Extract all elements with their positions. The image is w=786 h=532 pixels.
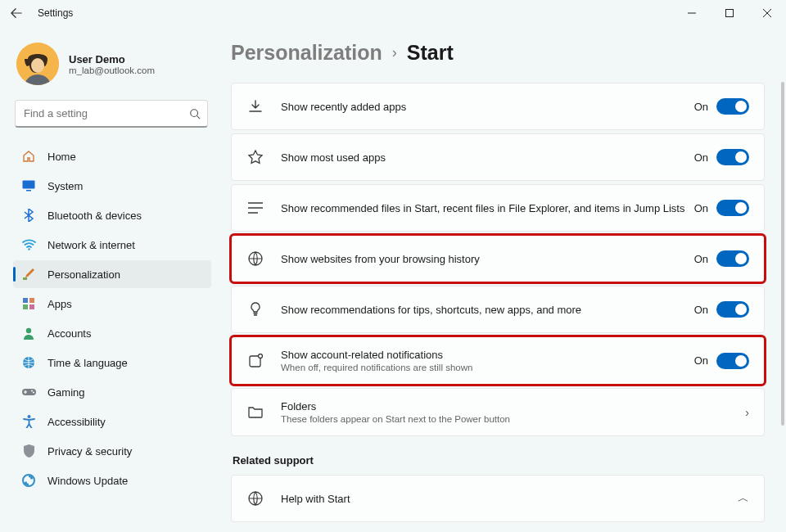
nav-gaming[interactable]: Gaming	[13, 378, 211, 406]
nav-label: Time & language	[47, 357, 128, 369]
help-label: Help with Start	[281, 493, 738, 505]
folder-icon	[246, 404, 264, 422]
setting-label: Show recently added apps	[281, 101, 694, 113]
toggle-switch[interactable]	[716, 353, 749, 369]
nav-personalization[interactable]: Personalization	[13, 260, 211, 288]
person-icon	[21, 326, 36, 340]
setting-folders[interactable]: Folders These folders appear on Start ne…	[231, 388, 765, 436]
nav-home[interactable]: Home	[13, 142, 211, 170]
toggle-switch[interactable]	[716, 301, 749, 318]
user-profile[interactable]: User Demo m_lab@outlook.com	[13, 38, 211, 100]
setting-recommendations[interactable]: Show recommendations for tips, shortcuts…	[231, 286, 765, 333]
chevron-up-icon: ︿	[738, 491, 749, 506]
breadcrumb-parent[interactable]: Personalization	[231, 41, 382, 65]
svg-rect-7	[23, 277, 27, 280]
toggle-state: On	[694, 354, 708, 367]
lightbulb-icon	[246, 300, 264, 318]
nav-time-language[interactable]: Time & language	[13, 349, 211, 376]
setting-most-used[interactable]: Show most used apps On	[231, 133, 765, 181]
minimize-icon	[688, 9, 696, 17]
list-icon	[246, 199, 264, 217]
svg-point-15	[31, 390, 33, 392]
nav-accessibility[interactable]: Accessibility	[13, 408, 211, 435]
nav-label: System	[47, 180, 83, 192]
nav-accounts[interactable]: Accounts	[13, 319, 211, 347]
toggle-switch[interactable]	[716, 98, 749, 115]
setting-recommended-files[interactable]: Show recommended files in Start, recent …	[231, 184, 765, 232]
svg-rect-0	[726, 10, 734, 17]
paintbrush-icon	[21, 267, 36, 282]
close-button[interactable]	[748, 0, 786, 26]
svg-rect-5	[26, 190, 31, 192]
nav-label: Apps	[47, 298, 72, 310]
nav-label: Privacy & security	[47, 445, 132, 458]
maximize-icon	[725, 9, 734, 17]
download-icon	[246, 97, 264, 115]
nav-apps[interactable]: Apps	[13, 290, 211, 318]
svg-rect-8	[23, 298, 28, 303]
setting-sublabel: These folders appear on Start next to th…	[281, 414, 745, 424]
nav-label: Accounts	[47, 327, 91, 340]
nav-windows-update[interactable]: Windows Update	[13, 467, 211, 494]
sidebar: User Demo m_lab@outlook.com Home System …	[0, 26, 219, 532]
toggle-state: On	[694, 304, 708, 316]
minimize-button[interactable]	[673, 0, 711, 26]
setting-label: Show most used apps	[281, 151, 694, 164]
setting-account-notifications[interactable]: Show account-related notifications When …	[231, 336, 765, 385]
svg-rect-9	[29, 298, 34, 303]
main-content: Personalization › Start Show recently ad…	[219, 26, 786, 532]
nav: Home System Bluetooth & devices Network …	[13, 142, 211, 494]
toggle-switch[interactable]	[716, 200, 749, 216]
arrow-left-icon	[11, 7, 22, 19]
help-globe-icon	[246, 489, 264, 507]
setting-label: Show websites from your browsing history	[281, 253, 694, 265]
toggle-state: On	[694, 151, 708, 164]
nav-label: Bluetooth & devices	[47, 210, 142, 222]
toggle-switch[interactable]	[716, 250, 749, 267]
globe-clock-icon	[21, 355, 36, 370]
related-support-title: Related support	[233, 454, 765, 467]
nav-label: Accessibility	[47, 416, 106, 428]
breadcrumb: Personalization › Start	[231, 41, 765, 65]
search-box[interactable]	[15, 100, 208, 128]
chevron-right-icon: ›	[745, 406, 749, 419]
back-button[interactable]	[7, 3, 26, 23]
window-title: Settings	[38, 7, 73, 19]
setting-label: Folders	[281, 400, 745, 413]
nav-system[interactable]: System	[13, 172, 211, 200]
bluetooth-icon	[21, 208, 36, 223]
toggle-state: On	[694, 253, 708, 265]
globe-icon	[246, 250, 264, 268]
help-with-start[interactable]: Help with Start ︿	[231, 475, 765, 522]
setting-label: Show recommendations for tips, shortcuts…	[281, 304, 694, 316]
scrollbar[interactable]	[781, 82, 784, 426]
nav-network[interactable]: Network & internet	[13, 231, 211, 259]
user-email: m_lab@outlook.com	[69, 65, 155, 75]
home-icon	[21, 149, 36, 164]
star-icon	[246, 148, 264, 166]
svg-point-16	[33, 392, 34, 394]
nav-bluetooth[interactable]: Bluetooth & devices	[13, 201, 211, 229]
apps-icon	[21, 296, 36, 311]
user-name: User Demo	[69, 53, 155, 65]
setting-sublabel: When off, required notifications are sti…	[281, 363, 694, 372]
search-icon	[189, 108, 201, 119]
toggle-switch[interactable]	[716, 149, 749, 165]
nav-label: Gaming	[47, 386, 85, 399]
shield-icon	[21, 444, 36, 458]
svg-point-12	[26, 327, 31, 332]
svg-point-6	[28, 248, 29, 250]
titlebar: Settings	[0, 0, 786, 26]
accessibility-icon	[21, 414, 36, 429]
search-input[interactable]	[24, 107, 189, 119]
svg-point-21	[259, 354, 263, 358]
maximize-button[interactable]	[711, 0, 748, 26]
update-icon	[21, 473, 36, 488]
system-icon	[21, 178, 36, 193]
nav-label: Network & internet	[47, 239, 135, 251]
wifi-icon	[21, 237, 36, 252]
close-icon	[763, 9, 771, 17]
setting-recently-added[interactable]: Show recently added apps On	[231, 83, 765, 130]
nav-privacy[interactable]: Privacy & security	[13, 437, 211, 465]
setting-browsing-history[interactable]: Show websites from your browsing history…	[231, 235, 765, 282]
